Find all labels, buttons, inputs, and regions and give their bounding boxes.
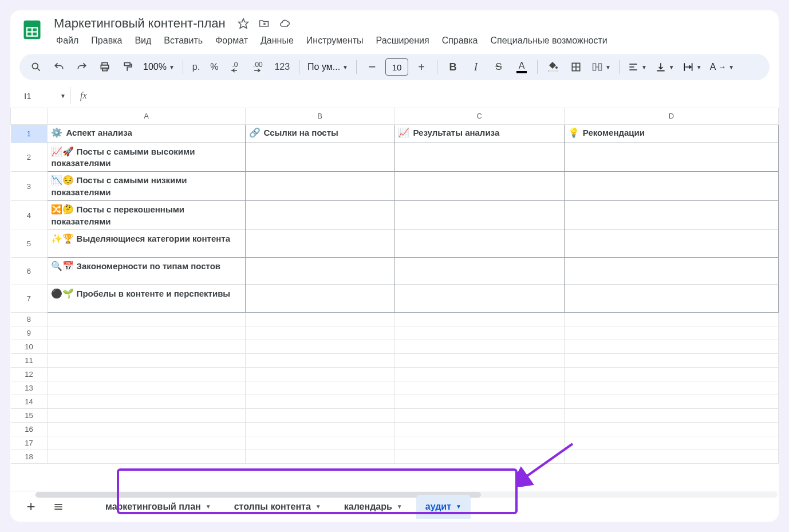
move-folder-icon[interactable] bbox=[258, 17, 270, 30]
cell[interactable] bbox=[245, 326, 395, 340]
cell[interactable] bbox=[395, 409, 564, 423]
star-icon[interactable] bbox=[237, 17, 250, 30]
undo-icon[interactable] bbox=[49, 57, 69, 77]
cell-A1[interactable]: ⚙️Аспект анализа bbox=[48, 124, 245, 143]
cell[interactable] bbox=[395, 436, 564, 450]
text-color-icon[interactable]: A bbox=[512, 57, 531, 77]
cell-B3[interactable] bbox=[245, 172, 395, 201]
increase-decimal-icon[interactable]: .00 bbox=[248, 57, 267, 77]
print-icon[interactable] bbox=[95, 57, 115, 77]
cell[interactable] bbox=[245, 313, 395, 326]
cell[interactable] bbox=[48, 450, 245, 464]
menu-edit[interactable]: Правка bbox=[85, 33, 128, 48]
sheets-logo[interactable] bbox=[19, 17, 45, 42]
row-header[interactable]: 14 bbox=[11, 395, 48, 409]
cloud-status-icon[interactable] bbox=[278, 17, 291, 30]
cell[interactable] bbox=[564, 340, 778, 354]
currency-button[interactable]: р. bbox=[189, 62, 203, 72]
formula-input[interactable] bbox=[96, 89, 770, 103]
spreadsheet-grid[interactable]: A B C D 1 ⚙️Аспект анализа 🔗Ссылки на по… bbox=[10, 108, 779, 491]
select-all-corner[interactable] bbox=[11, 108, 48, 124]
paint-format-icon[interactable] bbox=[118, 57, 137, 77]
row-header[interactable]: 3 bbox=[11, 172, 48, 201]
row-header[interactable]: 17 bbox=[11, 436, 48, 450]
cell-B4[interactable] bbox=[245, 201, 395, 230]
zoom-dropdown[interactable]: 100%▼ bbox=[141, 62, 177, 72]
cell[interactable] bbox=[395, 423, 564, 436]
row-header[interactable]: 9 bbox=[11, 326, 48, 340]
cell-A3[interactable]: 📉😔 Посты с самыми низкими показателями bbox=[48, 172, 245, 201]
cell[interactable] bbox=[48, 326, 245, 340]
cell-B5[interactable] bbox=[245, 230, 395, 258]
col-header-A[interactable]: A bbox=[48, 108, 245, 124]
cell[interactable] bbox=[245, 450, 395, 464]
row-header[interactable]: 11 bbox=[11, 354, 48, 368]
search-icon[interactable] bbox=[26, 57, 46, 77]
cell-D3[interactable] bbox=[564, 172, 778, 201]
cell-A7[interactable]: ⚫🌱 Пробелы в контенте и перспективы bbox=[48, 285, 245, 313]
h-align-dropdown[interactable]: ▼ bbox=[625, 61, 649, 73]
cell-C1[interactable]: 📈Результаты анализа bbox=[395, 124, 564, 143]
cell[interactable] bbox=[245, 381, 395, 395]
sheet-tab-audit[interactable]: аудит▼ bbox=[416, 495, 471, 519]
row-header[interactable]: 6 bbox=[11, 258, 48, 285]
cell[interactable] bbox=[564, 381, 778, 395]
row-header[interactable]: 4 bbox=[11, 201, 48, 230]
font-dropdown[interactable]: По ум...▼ bbox=[305, 62, 350, 72]
row-header[interactable]: 18 bbox=[11, 450, 48, 464]
add-sheet-button[interactable]: + bbox=[19, 495, 42, 518]
v-align-dropdown[interactable]: ▼ bbox=[653, 61, 677, 73]
more-formats-button[interactable]: 123 bbox=[271, 62, 293, 72]
merge-cells-dropdown[interactable]: ▼ bbox=[589, 61, 613, 73]
col-header-C[interactable]: C bbox=[395, 108, 564, 124]
menu-tools[interactable]: Инструменты bbox=[301, 33, 369, 48]
cell[interactable] bbox=[245, 423, 395, 436]
increase-font-icon[interactable]: + bbox=[412, 57, 431, 77]
cell[interactable] bbox=[564, 326, 778, 340]
cell[interactable] bbox=[395, 381, 564, 395]
decrease-font-icon[interactable]: − bbox=[362, 57, 382, 77]
cell[interactable] bbox=[48, 381, 245, 395]
cell-A4[interactable]: 🔀🤔 Посты с перекошенными показателями bbox=[48, 201, 245, 230]
text-rotation-dropdown[interactable]: A→▼ bbox=[708, 62, 737, 72]
cell[interactable] bbox=[395, 340, 564, 354]
cell-D7[interactable] bbox=[564, 285, 778, 313]
row-header[interactable]: 7 bbox=[11, 285, 48, 313]
cell[interactable] bbox=[395, 395, 564, 409]
row-header[interactable]: 1 bbox=[11, 124, 48, 143]
cell[interactable] bbox=[564, 409, 778, 423]
cell-C5[interactable] bbox=[395, 230, 564, 258]
cell[interactable] bbox=[48, 423, 245, 436]
cell[interactable] bbox=[48, 340, 245, 354]
font-size-input[interactable]: 10 bbox=[385, 58, 408, 76]
menu-insert[interactable]: Вставить bbox=[158, 33, 208, 48]
cell[interactable] bbox=[564, 354, 778, 368]
cell-D6[interactable] bbox=[564, 258, 778, 285]
cell[interactable] bbox=[48, 354, 245, 368]
row-header[interactable]: 13 bbox=[11, 381, 48, 395]
menu-data[interactable]: Данные bbox=[255, 33, 299, 48]
sheet-tab-marketing-plan[interactable]: маркетинговый план▼ bbox=[96, 495, 220, 519]
cell-C2[interactable] bbox=[395, 143, 564, 172]
cell-D1[interactable]: 💡Рекомендации bbox=[564, 124, 778, 143]
all-sheets-button[interactable] bbox=[47, 495, 70, 518]
cell[interactable] bbox=[564, 395, 778, 409]
cell[interactable] bbox=[48, 436, 245, 450]
strikethrough-icon[interactable]: S bbox=[489, 57, 508, 77]
cell[interactable] bbox=[48, 409, 245, 423]
decrease-decimal-icon[interactable]: .0 bbox=[225, 57, 244, 77]
cell[interactable] bbox=[395, 313, 564, 326]
sheet-tab-calendar[interactable]: календарь▼ bbox=[335, 495, 412, 519]
cell-A5[interactable]: ✨🏆 Выделяющиеся категории контента bbox=[48, 230, 245, 258]
cell[interactable] bbox=[245, 436, 395, 450]
borders-icon[interactable] bbox=[566, 57, 586, 77]
document-title[interactable]: Маркетинговый контент-план bbox=[50, 15, 229, 32]
cell-B7[interactable] bbox=[245, 285, 395, 313]
row-header[interactable]: 15 bbox=[11, 409, 48, 423]
cell-B2[interactable] bbox=[245, 143, 395, 172]
cell-B6[interactable] bbox=[245, 258, 395, 285]
cell-C7[interactable] bbox=[395, 285, 564, 313]
name-box[interactable]: I1▼ bbox=[19, 87, 71, 104]
menu-extensions[interactable]: Расширения bbox=[370, 33, 435, 48]
cell[interactable] bbox=[395, 368, 564, 381]
